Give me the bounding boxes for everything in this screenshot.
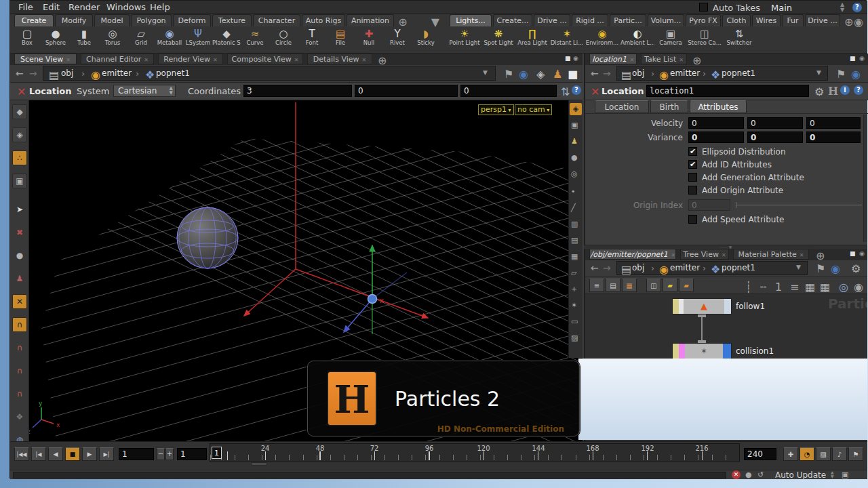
path-dropdown-icon[interactable]: ▼ xyxy=(796,264,801,270)
path-item-popnet1[interactable]: popnet1 xyxy=(156,68,190,78)
monitor-icon[interactable]: ▭ xyxy=(571,317,578,326)
memory-icon[interactable]: ● xyxy=(745,470,752,479)
menu-render[interactable]: Render xyxy=(64,1,104,14)
path-dropdown-icon[interactable]: ▼ xyxy=(483,69,488,76)
shelf-tab-create2[interactable]: Create... xyxy=(493,14,532,26)
pane-menu-icon[interactable]: ◉ xyxy=(573,55,578,62)
stop-button[interactable]: ■ xyxy=(65,447,80,461)
audio-button[interactable]: ♪ xyxy=(832,447,847,461)
no-cam-menu[interactable]: no cam xyxy=(515,104,552,115)
pin-icon[interactable]: ⚑ xyxy=(836,68,846,81)
close-tab-icon[interactable]: ✕ xyxy=(679,57,684,63)
step-minus-button[interactable]: − xyxy=(157,448,165,460)
node-flag-template[interactable] xyxy=(673,344,679,359)
node-label-collision1[interactable]: collision1 xyxy=(736,346,774,356)
tool-metaball[interactable]: ◉Metaball xyxy=(155,28,184,52)
coordinate-z-field[interactable]: 0 xyxy=(460,85,557,97)
gear-icon[interactable]: ⚙ xyxy=(851,262,861,275)
close-tab-icon[interactable]: ✕ xyxy=(66,57,71,63)
node-flag-bypass[interactable] xyxy=(679,299,684,314)
subtab-birth[interactable]: Birth xyxy=(650,100,688,113)
tool-sphere[interactable]: ●Sphere xyxy=(41,28,70,52)
tool-stereo-camera[interactable]: ◫Stereo Ca... xyxy=(687,28,722,52)
recook-icon[interactable]: ↺ xyxy=(757,470,764,479)
tool-rivet[interactable]: ΥRivet xyxy=(383,28,412,52)
node-flag-highlight[interactable] xyxy=(679,344,685,359)
maximize-pane-icon[interactable]: ■ xyxy=(850,250,856,257)
shelf-tab-polygon[interactable]: Polygon xyxy=(131,14,172,26)
variance-x-field[interactable]: 0 xyxy=(688,131,744,143)
update-mode-select[interactable]: Auto Update xyxy=(775,470,826,480)
tool-tube[interactable]: ▮Tube xyxy=(70,28,98,52)
velocity-y-field[interactable]: 0 xyxy=(747,117,803,129)
magnify-icon[interactable]: ◎ xyxy=(839,281,848,293)
system-select[interactable]: Cartesian▲▼ xyxy=(113,85,176,97)
ellipsoid-distribution-checkbox[interactable] xyxy=(688,147,697,156)
gizmo-center-handle[interactable] xyxy=(368,295,377,304)
realtime-toggle-button[interactable]: ◔ xyxy=(800,447,814,461)
character-pose-icon[interactable]: ♟ xyxy=(553,68,562,81)
skeleton-tool-icon[interactable]: ♟ xyxy=(12,271,27,286)
origin-index-slider-handle[interactable] xyxy=(736,202,736,208)
particles-tool-icon[interactable]: ∴ xyxy=(12,150,27,165)
toolbar-help-icon[interactable]: ? xyxy=(572,85,581,95)
magnet-force-icon[interactable]: ∩ xyxy=(12,317,27,332)
align-one-icon[interactable]: 1 xyxy=(775,281,782,293)
tool-ambient-light[interactable]: ◐Ambient L... xyxy=(620,28,654,52)
shelf-tab-drive[interactable]: Drive ... xyxy=(534,14,570,26)
origin-index-field[interactable]: 0 xyxy=(688,199,730,211)
paint-tool-icon[interactable]: ✖ xyxy=(12,225,27,240)
snapshot-cube-icon[interactable]: ◈ xyxy=(536,68,545,81)
tool-null[interactable]: ✚Null xyxy=(355,28,383,52)
velocity-x-field[interactable]: 0 xyxy=(688,117,744,129)
tool-box[interactable]: ▢Box xyxy=(13,28,41,52)
dots-horizontal-icon[interactable]: ╌ xyxy=(760,281,767,293)
forward-icon[interactable]: → xyxy=(603,262,611,273)
variance-y-field[interactable]: 0 xyxy=(747,131,803,143)
pane-menu-icon[interactable]: ◉ xyxy=(859,55,865,62)
prev-key-button[interactable]: |◀ xyxy=(31,447,46,461)
shelf-tab-cloth[interactable]: Cloth xyxy=(722,14,751,26)
construction-plane-icon[interactable]: ▱ xyxy=(571,268,576,277)
menu-windows[interactable]: Windows xyxy=(102,1,150,14)
window-view-icon[interactable]: ▤ xyxy=(606,279,620,292)
info-icon[interactable]: i xyxy=(840,85,850,95)
box-tool-icon[interactable]: ▣ xyxy=(12,174,27,188)
star-display-icon[interactable]: ✶ xyxy=(571,301,577,310)
close-tab-icon[interactable]: ✕ xyxy=(722,252,726,258)
visibility-icon[interactable]: ◎ xyxy=(571,169,578,178)
flipbook-button[interactable]: ✚ xyxy=(783,447,798,461)
close-tab-icon[interactable]: ✕ xyxy=(629,57,634,63)
keyframe-options-button[interactable]: ⚑ xyxy=(848,447,863,461)
shelf-right-overflow-icon[interactable]: ◉ xyxy=(854,16,862,28)
shelf-add-tab-icon[interactable]: ⊕ xyxy=(398,16,408,28)
magnet-curve-icon[interactable]: ∩ xyxy=(12,340,27,355)
tool-switcher[interactable]: ⇅Switcher xyxy=(724,28,755,52)
close-tab-icon[interactable]: ✕ xyxy=(144,57,149,63)
range-end-field[interactable]: 240 xyxy=(744,448,776,460)
tool-spot-light[interactable]: ❋Spot Light xyxy=(482,28,515,52)
manual-cook-icon[interactable]: ▣ xyxy=(842,470,848,479)
menu-help[interactable]: Help xyxy=(146,1,174,14)
frame-ruler[interactable]: 24 48 72 96 120 144 168 192 216 1 xyxy=(210,443,740,462)
take-stepper[interactable]: ▲▼ xyxy=(840,2,844,13)
auto-takes-checkbox[interactable] xyxy=(699,3,708,12)
variance-z-field[interactable]: 0 xyxy=(806,131,861,143)
shaded-sphere-icon[interactable]: ● xyxy=(571,153,578,162)
origin-index-slider[interactable] xyxy=(736,205,862,205)
node-flag-display[interactable] xyxy=(723,344,731,359)
shelf-tab-create[interactable]: Create xyxy=(14,14,54,26)
node-flag-display[interactable] xyxy=(724,299,731,314)
add-id-attributes-checkbox[interactable] xyxy=(688,160,697,169)
help-icon[interactable]: ? xyxy=(852,3,862,12)
palette-icon[interactable]: ▦ xyxy=(622,279,637,292)
node-flag-template[interactable] xyxy=(673,299,679,314)
gear-icon[interactable]: ⚙ xyxy=(814,85,824,98)
shelf-right-add-tab-icon[interactable]: ⊕ xyxy=(844,16,852,28)
add-generation-attribute-checkbox[interactable] xyxy=(688,173,697,182)
snap-icon[interactable]: + xyxy=(571,285,577,293)
shelf-tab-modify[interactable]: Modify xyxy=(55,14,93,26)
connector-icon[interactable]: ◫ xyxy=(646,279,661,292)
tab-details-view[interactable]: Details View✕ xyxy=(307,54,372,64)
subtab-location[interactable]: Location xyxy=(595,100,649,113)
